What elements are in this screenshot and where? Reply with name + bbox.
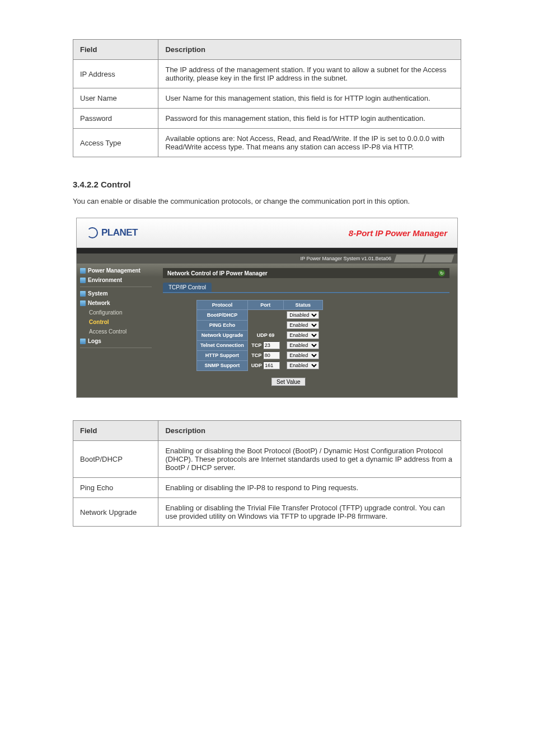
header-bar: PLANET 8-Port IP Power Manager: [77, 218, 457, 248]
grid-icon: [80, 268, 86, 274]
port-input[interactable]: [263, 361, 280, 369]
status-select[interactable]: Enabled: [287, 331, 319, 339]
status-select[interactable]: Enabled: [287, 321, 319, 329]
table-header-desc: Description: [158, 40, 461, 60]
screenshot-panel: PLANET 8-Port IP Power Manager IP Power …: [76, 218, 458, 398]
tab-tcpip-control[interactable]: TCP/IP Control: [163, 283, 212, 292]
set-value-button[interactable]: Set Value: [271, 378, 306, 386]
panel-title: Network Control of IP Power Manager: [167, 270, 268, 276]
sidebar-item-system[interactable]: System: [80, 289, 152, 298]
table-row: User Name User Name for this management …: [73, 88, 461, 109]
status-text: IP Power Manager System v1.01.Beta06: [301, 256, 391, 261]
table-row: SNMP Support UDP Enabled: [197, 360, 323, 370]
main-panel: Network Control of IP Power Manager ↻ TC…: [155, 264, 457, 398]
table-row: Network Upgrade Enabling or disabling th…: [73, 498, 461, 527]
section-text: You can enable or disable the communicat…: [73, 196, 461, 206]
table-row: IP Address The IP address of the managem…: [73, 60, 461, 88]
table-header-desc: Description: [158, 421, 461, 441]
status-select[interactable]: Enabled: [287, 351, 319, 359]
table-row: Password Password for this management st…: [73, 109, 461, 129]
sidebar-item-access-control[interactable]: Access Control: [80, 327, 152, 336]
port-input[interactable]: [263, 351, 280, 359]
table-header-field: Field: [73, 421, 158, 441]
table-row: Telnet Connection TCP Enabled: [197, 340, 323, 350]
table-row: Ping Echo Enabling or disabling the IP-P…: [73, 478, 461, 498]
section-heading: 3.4.2.2 Control: [73, 180, 461, 189]
protocol-table: Protocol Port Status BootP/DHCP Disabled…: [196, 300, 323, 371]
col-protocol: Protocol: [197, 300, 248, 310]
grid-icon: [80, 339, 86, 344]
status-tab: [394, 255, 425, 262]
table-header-field: Field: [73, 40, 158, 60]
planet-logo-icon: [87, 227, 98, 238]
status-select[interactable]: Disabled: [287, 311, 319, 319]
control-description-table: Field Description BootP/DHCP Enabling or…: [73, 420, 461, 527]
table-row: Network Upgrade UDP 69 Enabled: [197, 330, 323, 340]
sidebar-item-control[interactable]: Control: [80, 317, 152, 327]
port-input[interactable]: [263, 341, 280, 349]
sidebar-item-configuration[interactable]: Configuration: [80, 308, 152, 317]
sidebar-item-network[interactable]: Network: [80, 298, 152, 308]
sidebar-item-environment[interactable]: Environment: [80, 275, 152, 285]
table-row: BootP/DHCP Disabled: [197, 310, 323, 321]
table-row: HTTP Support TCP Enabled: [197, 350, 323, 360]
table-row: Access Type Available options are: Not A…: [73, 129, 461, 157]
col-status: Status: [283, 300, 322, 310]
sidebar-item-logs[interactable]: Logs: [80, 336, 152, 346]
status-bar: IP Power Manager System v1.01.Beta06: [77, 253, 457, 264]
refresh-icon[interactable]: ↻: [438, 270, 445, 276]
dark-divider: [77, 248, 457, 253]
col-port: Port: [247, 300, 283, 310]
table-row: BootP/DHCP Enabling or disabling the Boo…: [73, 441, 461, 478]
status-select[interactable]: Enabled: [287, 341, 319, 349]
header-title: 8-Port IP Power Manager: [349, 228, 447, 238]
panel-title-bar: Network Control of IP Power Manager ↻: [163, 268, 449, 278]
logo-text: PLANET: [101, 227, 138, 238]
sidebar: Power Management Environment System Netw…: [77, 264, 155, 398]
grid-icon: [80, 300, 86, 306]
logo: PLANET: [87, 227, 138, 238]
sidebar-item-power[interactable]: Power Management: [80, 266, 152, 275]
grid-icon: [80, 291, 86, 297]
grid-icon: [80, 278, 86, 283]
table-row: PING Echo Enabled: [197, 320, 323, 330]
status-tab: [424, 255, 455, 262]
status-select[interactable]: Enabled: [287, 361, 319, 369]
config-description-table: Field Description IP Address The IP addr…: [73, 39, 461, 157]
